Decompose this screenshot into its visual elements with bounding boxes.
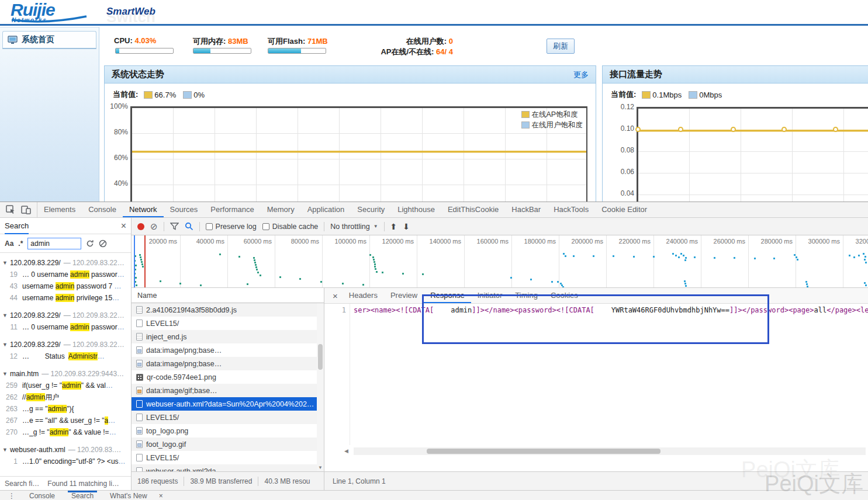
detail-tab-cookies[interactable]: Cookies bbox=[544, 288, 585, 303]
scroll-left-icon[interactable]: ◀ bbox=[344, 448, 348, 454]
devtools-tab-hackbar[interactable]: HackBar bbox=[505, 202, 547, 217]
detail-tab-initiator[interactable]: Initiator bbox=[471, 288, 509, 303]
network-overview-timeline[interactable]: 20000 ms40000 ms60000 ms80000 ms100000 m… bbox=[132, 235, 868, 288]
detail-tab-headers[interactable]: Headers bbox=[343, 288, 384, 303]
close-detail-icon[interactable]: × bbox=[328, 291, 343, 301]
search-match-row[interactable]: 259if(user_g != "admin" && val… bbox=[0, 380, 131, 391]
network-request-row[interactable]: LEVEL15/ bbox=[132, 411, 324, 424]
scrollbar-thumb[interactable] bbox=[427, 449, 660, 454]
regex-button[interactable]: .* bbox=[18, 239, 23, 248]
clear-icon[interactable]: ⊘ bbox=[150, 223, 158, 230]
devtools-tab-memory[interactable]: Memory bbox=[261, 202, 301, 217]
network-request-row[interactable]: data:image/png;base… bbox=[132, 343, 324, 357]
search-result-file-header[interactable]: ▼120.209.83.229/— 120.209.83.22… bbox=[0, 310, 131, 321]
network-request-row[interactable]: webuser-auth.xml?data=Sun%20Apr%2004%202… bbox=[132, 397, 324, 411]
clear-search-icon[interactable] bbox=[99, 239, 107, 248]
devtools-tab-security[interactable]: Security bbox=[351, 202, 391, 217]
devtools-tab-elements[interactable]: Elements bbox=[37, 202, 82, 217]
search-match-row[interactable]: 270…_g != "admin" && value !=… bbox=[0, 426, 131, 438]
network-request-row[interactable]: qr-code.5974ee1.png bbox=[132, 370, 324, 384]
request-list-scrollbar[interactable]: ▼ bbox=[317, 303, 324, 471]
devtools-tab-editthiscookie[interactable]: EditThisCookie bbox=[441, 202, 505, 217]
more-link[interactable]: 更多 bbox=[573, 70, 589, 80]
detail-tab-preview[interactable]: Preview bbox=[384, 288, 424, 303]
timeline-request-dot bbox=[573, 255, 575, 257]
search-match-row[interactable]: 263…g == "admin"){ bbox=[0, 403, 131, 415]
search-icon[interactable] bbox=[185, 222, 193, 231]
search-result-file-header[interactable]: ▼webuser-auth.xml— 120.209.83.… bbox=[0, 444, 131, 456]
throttling-dropdown[interactable]: No throttling▼ bbox=[330, 223, 378, 231]
devtools-tab-sources[interactable]: Sources bbox=[164, 202, 205, 217]
match-line-number: 11 bbox=[0, 323, 18, 331]
network-request-row[interactable]: data:image/png;base… bbox=[132, 357, 324, 370]
logo-networks-text: Networks bbox=[12, 17, 47, 23]
devtools-tab-lighthouse[interactable]: Lighthouse bbox=[391, 202, 441, 217]
refresh-button[interactable]: 刷新 bbox=[547, 39, 575, 54]
network-request-row[interactable]: inject_end.js bbox=[132, 330, 324, 343]
timeline-tick-label: 280000 ms bbox=[749, 235, 796, 287]
data-point-marker bbox=[781, 127, 787, 132]
img-file-icon bbox=[136, 346, 143, 354]
devtools-tab-cookie-editor[interactable]: Cookie Editor bbox=[595, 202, 653, 217]
request-list-name-header[interactable]: Name bbox=[132, 288, 324, 303]
device-toolbar-icon[interactable] bbox=[21, 206, 31, 214]
search-match-row[interactable]: 267…e == "all" && user_g != "a… bbox=[0, 415, 131, 426]
search-input[interactable] bbox=[27, 238, 81, 249]
drawer-tab-what-s-new[interactable]: What's New bbox=[102, 491, 155, 500]
search-pane-close-icon[interactable]: × bbox=[121, 221, 126, 231]
search-result-file-header[interactable]: ▼120.209.83.229/— 120.209.83.22… bbox=[0, 257, 131, 269]
script-file-icon bbox=[136, 306, 143, 314]
search-result-file-header[interactable]: ▼main.htm— 120.209.83.229:9443… bbox=[0, 368, 131, 380]
search-match-row[interactable]: 11… 0 username admin passwor… bbox=[0, 321, 131, 333]
series-swatch bbox=[144, 91, 153, 99]
detail-tab-response[interactable]: Response bbox=[424, 288, 471, 303]
devtools-tab-network[interactable]: Network bbox=[123, 202, 164, 217]
scrollbar-thumb[interactable] bbox=[318, 344, 323, 370]
timeline-request-dot bbox=[858, 255, 860, 256]
refresh-search-icon[interactable] bbox=[86, 239, 94, 248]
export-har-icon[interactable]: ⬇ bbox=[403, 223, 410, 230]
disable-cache-checkbox[interactable]: Disable cache bbox=[262, 223, 319, 231]
drawer-tab-close-icon[interactable]: × bbox=[155, 492, 167, 500]
network-request-row[interactable]: foot_logo.gif bbox=[132, 438, 324, 451]
match-case-button[interactable]: Aa bbox=[5, 239, 13, 248]
devtools-tab-application[interactable]: Application bbox=[301, 202, 351, 217]
devtools-tab-performance[interactable]: Performance bbox=[204, 202, 260, 217]
network-request-row[interactable]: webuser-auth.xml?da… bbox=[132, 464, 324, 471]
response-code-area[interactable]: 1 ser><name><![CDATA[ admin]]></name><pa… bbox=[324, 304, 868, 445]
timeline-tick-label: 60000 ms bbox=[228, 235, 275, 287]
search-match-row[interactable]: 262//admin用户 bbox=[0, 391, 131, 403]
record-icon[interactable] bbox=[137, 223, 144, 230]
detail-horizontal-scrollbar[interactable]: ◀ bbox=[354, 447, 866, 455]
drawer-tab-search[interactable]: Search bbox=[63, 491, 102, 500]
network-request-row[interactable]: top_logo.png bbox=[132, 424, 324, 438]
search-match-row[interactable]: 44username admin privilege 15… bbox=[0, 292, 131, 304]
search-result-file-header[interactable]: ▼120.209.83.229/— 120.209.83.22… bbox=[0, 339, 131, 350]
import-har-icon[interactable]: ⬆ bbox=[390, 223, 397, 230]
request-list: Name 2.a4106219f4a3f58b0dd9.jsLEVEL15/in… bbox=[132, 288, 324, 471]
devtools-tab-console[interactable]: Console bbox=[82, 202, 123, 217]
doc-file-icon bbox=[136, 400, 143, 408]
inspect-element-icon[interactable] bbox=[6, 205, 15, 214]
drawer-menu-icon[interactable]: ⋮ bbox=[0, 492, 21, 500]
search-match-row[interactable]: 43username admin password 7 … bbox=[0, 280, 131, 292]
search-match-row[interactable]: 19… 0 username admin passwor… bbox=[0, 269, 131, 280]
network-request-row[interactable]: LEVEL15/ bbox=[132, 451, 324, 464]
devtools-tab-hacktools[interactable]: HackTools bbox=[547, 202, 595, 217]
preserve-log-checkbox[interactable]: Preserve log bbox=[206, 223, 257, 231]
network-request-row[interactable]: data:image/gif;base… bbox=[132, 384, 324, 397]
monitor-icon bbox=[8, 36, 18, 44]
drawer-tab-console[interactable]: Console bbox=[21, 491, 63, 500]
detail-tab-timing[interactable]: Timing bbox=[509, 288, 544, 303]
filter-icon[interactable] bbox=[170, 223, 179, 230]
scroll-down-icon[interactable]: ▼ bbox=[318, 465, 323, 470]
search-match-row[interactable]: 12… Status Administr… bbox=[0, 350, 131, 362]
timeline-request-dot bbox=[422, 273, 424, 275]
search-match-row[interactable]: 1…1.0" encoding="utf-8" ?> <us… bbox=[0, 456, 131, 467]
network-request-row[interactable]: LEVEL15/ bbox=[132, 317, 324, 330]
timeline-request-dot bbox=[342, 283, 344, 284]
sidebar-item-home[interactable]: 系统首页 bbox=[2, 31, 96, 49]
network-request-row[interactable]: 2.a4106219f4a3f58b0dd9.js bbox=[132, 303, 324, 317]
search-result-group: ▼120.209.83.229/— 120.209.83.22…12… Stat… bbox=[0, 339, 131, 362]
result-file-name: 120.209.83.229/ bbox=[10, 259, 61, 267]
